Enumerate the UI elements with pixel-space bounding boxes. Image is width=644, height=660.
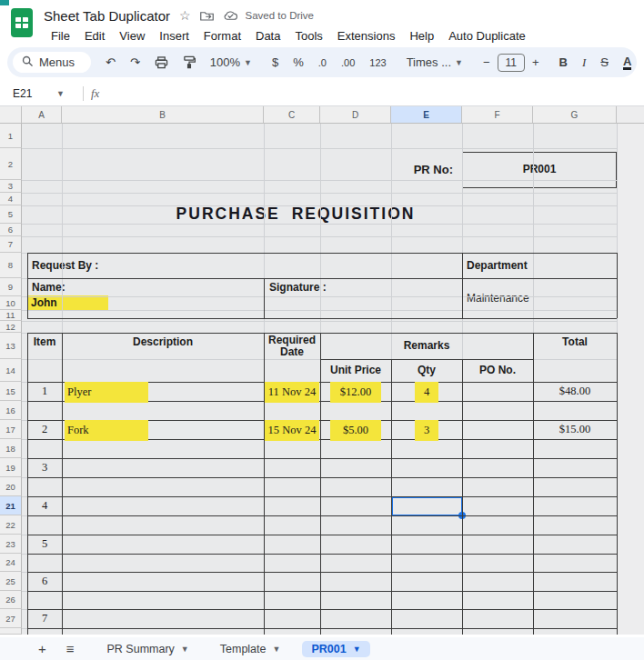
menu-insert[interactable]: Insert — [152, 28, 196, 44]
row-header-22[interactable]: 22 — [0, 515, 22, 535]
row-header-21[interactable]: 21 — [0, 496, 22, 515]
row-header-17[interactable]: 17 — [0, 420, 22, 439]
column-header-B[interactable]: B — [62, 106, 264, 124]
more-formats-button[interactable]: 123 — [362, 57, 393, 68]
decrease-decimal-button[interactable]: .0 — [311, 57, 334, 68]
row-header-20[interactable]: 20 — [0, 477, 22, 496]
menu-format[interactable]: Format — [196, 28, 248, 44]
font-size-input[interactable]: 11 — [498, 54, 525, 72]
strikethrough-button[interactable]: S — [593, 55, 616, 69]
row-header-27[interactable]: 27 — [0, 609, 22, 628]
menu-file[interactable]: File — [44, 28, 77, 44]
item-row-1-description[interactable]: Plyer — [65, 382, 262, 401]
add-sheet-button[interactable]: + — [33, 641, 52, 656]
decrease-font-size-button[interactable]: − — [476, 55, 498, 69]
row-header-13[interactable]: 13 — [0, 333, 22, 359]
item-row-4-item[interactable]: 4 — [27, 496, 62, 515]
menu-extensions[interactable]: Extensions — [330, 28, 403, 44]
sheet-tab-template[interactable]: Template▼ — [211, 641, 290, 657]
row-header-1[interactable]: 1 — [0, 124, 22, 148]
item-row-6-item[interactable]: 6 — [27, 572, 62, 591]
chevron-down-icon[interactable]: ▼ — [56, 89, 65, 98]
item-row-1-total[interactable]: $48.00 — [533, 382, 617, 401]
print-icon[interactable] — [147, 56, 176, 69]
department-value[interactable]: Maintenance — [467, 278, 529, 318]
move-folder-icon[interactable] — [200, 10, 214, 22]
chevron-down-icon[interactable]: ▼ — [273, 645, 281, 654]
row-header-4[interactable]: 4 — [0, 193, 22, 205]
sheet-tab-pr001[interactable]: PR001▼ — [302, 641, 369, 657]
redo-button[interactable]: ↷ — [123, 55, 147, 69]
row-header-24[interactable]: 24 — [0, 554, 22, 572]
active-cell-outline[interactable] — [391, 496, 463, 516]
item-row-2-description[interactable]: Fork — [65, 420, 262, 439]
menu-data[interactable]: Data — [248, 28, 287, 44]
menu-auto-duplicate[interactable]: Auto Duplicate — [441, 28, 533, 44]
italic-button[interactable]: I — [575, 55, 593, 70]
row-header-25[interactable]: 25 — [0, 572, 22, 591]
column-header-A[interactable]: A — [22, 106, 62, 124]
item-row-3-item[interactable]: 3 — [27, 458, 62, 477]
item-row-2-qty[interactable]: 3 — [391, 420, 462, 439]
all-sheets-menu-icon[interactable]: ≡ — [61, 641, 80, 656]
row-header-18[interactable]: 18 — [0, 439, 22, 458]
row-header-10[interactable]: 10 — [0, 296, 22, 310]
item-row-1-required_date[interactable]: 11 Nov 24 — [264, 382, 320, 401]
row-header-16[interactable]: 16 — [0, 401, 22, 420]
column-header-D[interactable]: D — [320, 106, 391, 124]
row-header-5[interactable]: 5 — [0, 205, 22, 224]
cloud-saved-icon[interactable] — [223, 10, 238, 21]
sheet-tab-pr-summary[interactable]: PR Summary▼ — [98, 641, 198, 657]
increase-font-size-button[interactable]: + — [525, 55, 547, 69]
item-row-7-item[interactable]: 7 — [27, 609, 62, 628]
item-row-2-total[interactable]: $15.00 — [533, 420, 617, 439]
row-header-3[interactable]: 3 — [0, 180, 22, 193]
chevron-down-icon[interactable]: ▼ — [181, 645, 189, 654]
sheets-logo-icon[interactable] — [11, 8, 33, 37]
menu-edit[interactable]: Edit — [77, 28, 112, 44]
column-header-G[interactable]: G — [533, 106, 617, 124]
column-header-C[interactable]: C — [264, 106, 320, 124]
row-header-8[interactable]: 8 — [0, 253, 22, 278]
row-header-9[interactable]: 9 — [0, 278, 22, 296]
item-row-1-unit_price[interactable]: $12.00 — [320, 382, 391, 401]
row-header-12[interactable]: 12 — [0, 321, 22, 333]
currency-format-button[interactable]: $ — [265, 55, 286, 69]
paint-format-icon[interactable] — [176, 55, 203, 69]
document-title[interactable]: Sheet Tab Duplicator — [44, 8, 170, 24]
row-header-2[interactable]: 2 — [0, 148, 22, 180]
item-row-5-item[interactable]: 5 — [27, 535, 62, 554]
bold-button[interactable]: B — [552, 55, 575, 69]
percent-format-button[interactable]: % — [286, 55, 311, 69]
name-box[interactable]: E21 — [0, 87, 56, 100]
item-row-2-item[interactable]: 2 — [27, 420, 62, 439]
star-icon[interactable]: ☆ — [179, 8, 191, 23]
menus-search-button[interactable]: Menus — [13, 52, 91, 73]
row-header-15[interactable]: 15 — [0, 382, 22, 401]
row-header-14[interactable]: 14 — [0, 359, 22, 382]
grid-body[interactable]: PR No: PR001 PURCHASE REQUISITION Reques… — [0, 124, 644, 635]
row-header-19[interactable]: 19 — [0, 458, 22, 477]
select-all-corner[interactable] — [0, 106, 22, 124]
row-header-23[interactable]: 23 — [0, 535, 22, 554]
text-color-button[interactable]: A — [623, 55, 631, 70]
column-header-F[interactable]: F — [462, 106, 533, 124]
row-header-11[interactable]: 11 — [0, 310, 22, 321]
item-row-1-qty[interactable]: 4 — [391, 382, 462, 401]
menu-tools[interactable]: Tools — [287, 28, 329, 44]
menu-view[interactable]: View — [112, 28, 152, 44]
pr-no-value-cell[interactable]: PR001 — [462, 152, 617, 188]
row-header-7[interactable]: 7 — [0, 236, 22, 253]
undo-button[interactable]: ↶ — [98, 55, 123, 69]
row-header-26[interactable]: 26 — [0, 591, 22, 609]
increase-decimal-button[interactable]: .00 — [334, 57, 362, 68]
item-row-2-required_date[interactable]: 15 Nov 24 — [264, 420, 320, 439]
row-header-6[interactable]: 6 — [0, 224, 22, 236]
chevron-down-icon[interactable]: ▼ — [353, 645, 361, 654]
menu-help[interactable]: Help — [402, 28, 441, 44]
font-selector[interactable]: Times ... ▼ — [399, 55, 470, 69]
item-row-1-item[interactable]: 1 — [27, 382, 62, 401]
column-header-E[interactable]: E — [391, 106, 462, 124]
zoom-control[interactable]: 100% ▼ — [203, 55, 259, 69]
item-row-2-unit_price[interactable]: $5.00 — [320, 420, 391, 439]
